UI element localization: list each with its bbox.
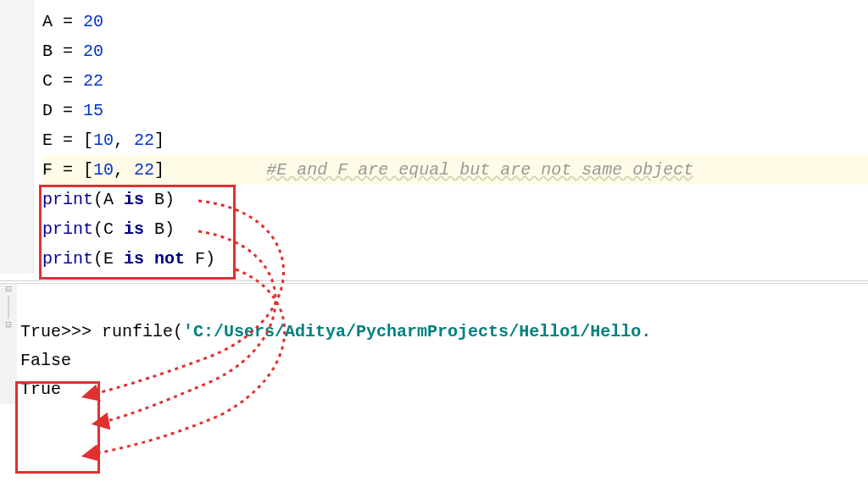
code-token-var: B [144, 190, 164, 209]
code-token-bracket: [ [83, 160, 93, 180]
code-token-var: F [42, 160, 53, 180]
code-line[interactable]: A = 20 [42, 7, 868, 36]
code-token-func: print [42, 249, 93, 269]
code-token-paren: ( [93, 219, 103, 239]
code-token-op: = [53, 130, 83, 150]
code-token-op: = [53, 42, 83, 61]
console-output[interactable]: ⊟ │ │ ⊟ >>> runfile('C:/Users/Aditya/Pyc… [0, 283, 868, 404]
code-token-paren: ) [164, 219, 175, 239]
code-token-var [114, 219, 124, 239]
code-token-var: B [42, 42, 53, 61]
code-line[interactable]: D = 15 [42, 96, 868, 125]
code-line[interactable]: print(E is not F) [42, 244, 868, 274]
code-token-paren: ( [93, 190, 103, 209]
code-editor[interactable]: A = 20B = 20C = 22D = 15E = [10, 22]F = … [0, 0, 868, 274]
code-line[interactable]: print(C is B) [42, 214, 868, 244]
code-token-op: = [53, 160, 83, 180]
code-token-var: E [103, 249, 114, 269]
code-token-num: 20 [83, 12, 103, 31]
editor-gutter [0, 0, 34, 274]
code-token-kw: is [124, 190, 144, 209]
code-line[interactable]: C = 22 [42, 66, 868, 96]
console-gutter: ⊟ │ │ ⊟ [0, 284, 17, 404]
code-token-var: F [185, 249, 205, 269]
console-output-line: True [20, 375, 868, 404]
code-token-bracket: ] [154, 160, 164, 180]
code-token-sep: , [114, 130, 134, 150]
code-token-bracket: [ [83, 130, 93, 150]
code-token-var: B [144, 219, 164, 239]
code-token-paren: ( [93, 249, 103, 269]
code-token-kw: is [124, 219, 144, 239]
code-token-sep: , [114, 160, 134, 180]
code-token-func: print [42, 219, 93, 239]
code-token-var: E [42, 130, 53, 150]
code-token-var: A [42, 12, 53, 31]
code-token-paren: ) [205, 249, 215, 269]
code-token-op: = [53, 101, 83, 120]
code-token-kw: is not [124, 249, 185, 269]
code-line[interactable]: E = [10, 22] [42, 125, 868, 155]
code-token-func: print [42, 190, 93, 209]
code-token-op: = [53, 71, 83, 91]
pane-divider [0, 280, 868, 281]
code-token-paren: ) [164, 190, 175, 209]
code-comment: #E and F are equal but are not same obje… [266, 160, 693, 180]
console-runfile: runfile( [102, 322, 183, 341]
code-token-num: 20 [83, 42, 103, 61]
console-prompt: >>> [61, 322, 92, 341]
code-token-num: 15 [83, 101, 103, 120]
code-token-num: 22 [134, 160, 154, 180]
code-token-var [114, 190, 124, 209]
code-token-num: 10 [93, 130, 114, 150]
code-token-op: = [53, 12, 83, 31]
console-output-line: False [20, 347, 868, 375]
code-token-bracket: ] [154, 130, 164, 150]
code-token-num: 22 [134, 130, 154, 150]
console-path: 'C:/Users/Aditya/PycharmProjects/Hello1/… [183, 322, 651, 341]
code-token-var: A [103, 190, 114, 209]
code-token-num: 10 [93, 160, 114, 180]
code-line[interactable]: F = [10, 22] #E and F are equal but are … [42, 155, 868, 185]
code-token-num: 22 [83, 71, 103, 91]
code-line[interactable]: B = 20 [42, 36, 868, 66]
code-token-var: C [42, 71, 53, 91]
code-line[interactable]: print(A is B) [42, 185, 868, 214]
code-token-var: C [103, 219, 114, 239]
code-token-var: D [42, 101, 53, 120]
code-token-var [114, 249, 124, 269]
console-command-line: >>> runfile('C:/Users/Aditya/PycharmProj… [20, 289, 868, 318]
